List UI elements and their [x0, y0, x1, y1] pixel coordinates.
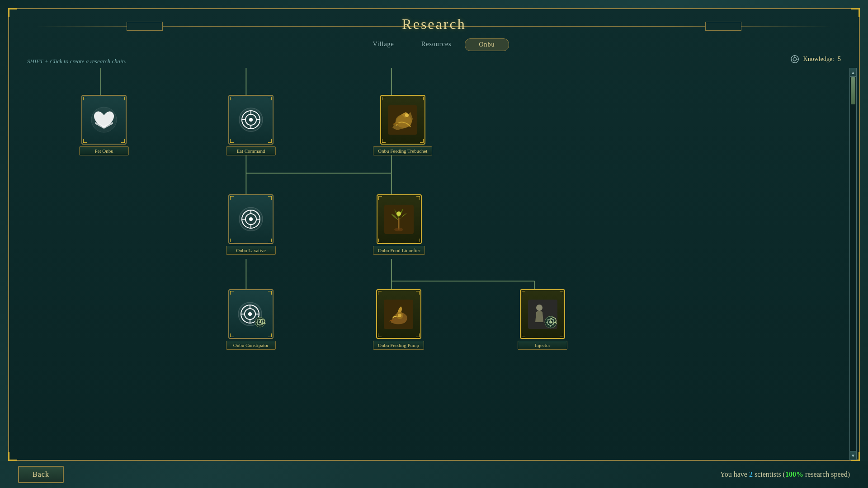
node-onbu-feeding-pump[interactable]: Onbu Feeding Pump	[373, 289, 424, 350]
hint-text: SHIFT + Click to create a research chain…	[27, 58, 126, 65]
svg-point-41	[396, 211, 401, 216]
node-onbu-food-liquefier[interactable]: Onbu Food Liquefier	[373, 194, 425, 255]
node-card-laxative	[228, 194, 274, 244]
node-card-pet-onbu	[81, 95, 127, 145]
laxative-icon	[235, 203, 267, 235]
header-deco-right	[705, 22, 741, 31]
page-title: Research	[402, 16, 466, 32]
constipator-icon	[235, 298, 267, 330]
node-label-liquefier: Onbu Food Liquefier	[373, 246, 425, 255]
svg-point-34	[249, 217, 253, 221]
node-card-eat-command	[228, 95, 274, 145]
svg-point-23	[249, 118, 253, 122]
header-deco-left	[127, 22, 163, 31]
node-onbu-laxative[interactable]: Onbu Laxative	[226, 194, 276, 255]
main-panel: Research Village Resources Onbu SHIFT + …	[8, 8, 860, 461]
node-label-eat-command: Eat Command	[226, 146, 276, 155]
node-label-constipator: Onbu Constipator	[226, 341, 276, 350]
liquefier-icon	[383, 203, 415, 235]
svg-point-45	[248, 312, 252, 316]
trebuchet-icon	[387, 104, 419, 136]
node-label-pump: Onbu Feeding Pump	[373, 341, 424, 350]
node-label-injector: Injector	[518, 341, 567, 350]
bottom-bar: Back You have 2 scientists (100% researc…	[0, 461, 868, 488]
node-pet-onbu[interactable]: Pet Onbu	[79, 95, 129, 155]
scientist-count: 2	[749, 470, 753, 478]
node-label-pet-onbu: Pet Onbu	[79, 146, 129, 155]
knowledge-icon	[790, 54, 800, 64]
svg-point-57	[398, 314, 401, 317]
scrollbar-thumb[interactable]	[851, 77, 855, 104]
svg-point-40	[394, 228, 403, 231]
node-card-liquefier	[377, 194, 422, 244]
tab-village[interactable]: Village	[359, 38, 407, 51]
node-onbu-feeding-trebuchet[interactable]: Onbu Feeding Trebuchet	[373, 95, 432, 155]
node-eat-command[interactable]: Eat Command	[226, 95, 276, 155]
tab-onbu[interactable]: Onbu	[465, 38, 509, 51]
scroll-arrow-down[interactable]: ▼	[849, 451, 857, 460]
node-injector[interactable]: Injector	[518, 289, 567, 350]
node-card-constipator	[228, 289, 274, 339]
scroll-area: Pet Onbu	[9, 68, 845, 460]
node-label-laxative: Onbu Laxative	[226, 246, 276, 255]
pump-icon	[383, 298, 415, 330]
tab-resources[interactable]: Resources	[408, 38, 465, 51]
header: Research	[9, 9, 859, 35]
scientist-text-mid: scientists (	[753, 470, 785, 478]
svg-point-59	[536, 305, 542, 311]
node-card-injector	[520, 289, 565, 339]
scroll-arrow-up[interactable]: ▲	[849, 68, 857, 77]
pet-onbu-icon	[88, 104, 120, 136]
node-card-pump	[376, 289, 421, 339]
knowledge-label: Knowledge:	[803, 56, 834, 63]
scientist-text-post: research speed)	[803, 470, 850, 478]
scientist-text-pre: You have	[720, 470, 749, 478]
knowledge-value: 5	[838, 56, 841, 63]
tree-container: Pet Onbu	[9, 68, 845, 460]
back-button[interactable]: Back	[18, 466, 64, 483]
scrollbar-track	[849, 68, 857, 460]
node-card-trebuchet	[380, 95, 425, 145]
svg-point-30	[405, 113, 409, 117]
injector-icon	[527, 298, 558, 330]
svg-point-1	[793, 57, 796, 61]
nav-tabs: Village Resources Onbu	[9, 35, 859, 55]
scientist-pct: 100%	[785, 470, 803, 478]
node-label-trebuchet: Onbu Feeding Trebuchet	[373, 146, 432, 155]
node-onbu-constipator[interactable]: Onbu Constipator	[226, 289, 276, 350]
knowledge-display: Knowledge: 5	[790, 54, 841, 64]
eat-command-icon	[235, 104, 267, 136]
scientist-info: You have 2 scientists (100% research spe…	[720, 470, 850, 479]
